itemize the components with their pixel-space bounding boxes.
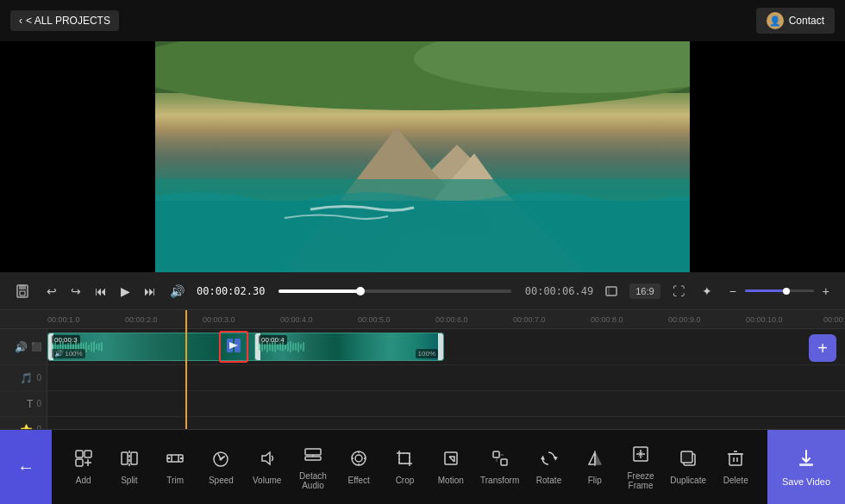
clip-1-badge: 🔊 100% (52, 349, 85, 358)
svg-rect-47 (493, 451, 499, 457)
audio-toggle-button[interactable]: 🔊 (165, 281, 190, 302)
ruler-mark-8: 00:00:8.0 (591, 315, 668, 324)
svg-rect-20 (84, 451, 91, 457)
music-track-content (47, 365, 845, 390)
video-track-content[interactable]: 00:00:3 🔊 100% (47, 329, 845, 364)
ruler-mark-2: 00:00:2.0 (125, 315, 203, 324)
tool-duplicate[interactable]: Duplicate (665, 442, 711, 492)
text-count: 0 (36, 399, 41, 408)
tool-transform[interactable]: Transform (475, 442, 524, 492)
effect-label: Effect (348, 476, 370, 485)
svg-rect-13 (20, 291, 25, 296)
timeline-ruler: 00:00:1.0 00:00:2.0 00:00:3.0 00:00:4.0 … (0, 310, 845, 329)
video-clip-2[interactable]: 00:00:4 100% (254, 333, 444, 361)
svg-rect-63 (729, 454, 742, 465)
preview-area (0, 41, 845, 272)
zoom-in-button[interactable]: + (817, 281, 835, 302)
tool-motion[interactable]: Motion (429, 442, 473, 492)
play-button[interactable]: ▶ (116, 281, 135, 302)
music-count: 0 (36, 373, 41, 383)
ruler-mark-3: 00:00:3.0 (203, 315, 280, 324)
ruler-mark-4: 00:00:4.0 (280, 315, 358, 324)
tool-trim[interactable]: Trim (153, 442, 197, 492)
back-label: < ALL PROJECTS (26, 15, 110, 27)
toolbar-tools: Add Split Trim Speed Vol (52, 430, 767, 504)
zoom-controls: − + (724, 281, 835, 302)
svg-rect-14 (606, 287, 617, 296)
current-time: 00:00:02.30 (197, 285, 265, 297)
settings-button[interactable]: ✦ (697, 281, 717, 302)
rotate-label: Rotate (536, 476, 561, 485)
save-project-button[interactable] (10, 281, 34, 302)
speed-label: Speed (209, 476, 234, 485)
volume-icon (258, 449, 277, 472)
tool-crop[interactable]: Crop (383, 442, 426, 492)
contact-button[interactable]: 👤 Contact (756, 8, 835, 34)
skip-to-end-button[interactable]: ⏭ (139, 281, 161, 302)
svg-rect-68 (799, 464, 813, 466)
split-indicator (219, 331, 248, 363)
trim-icon (166, 449, 185, 472)
sticker-track-content (47, 417, 845, 429)
back-home-button[interactable]: ← (0, 430, 52, 504)
redo-button[interactable]: ↪ (66, 281, 86, 302)
tool-add[interactable]: Add (62, 442, 105, 492)
save-video-button[interactable]: Save Video (767, 430, 845, 504)
save-video-label: Save Video (782, 476, 830, 487)
tool-flip[interactable]: Flip (573, 442, 617, 492)
controls-bar: ↩ ↪ ⏮ ▶ ⏭ 🔊 00:00:02.30 00:00:06.49 16:9… (0, 272, 845, 310)
tool-freeze-frame[interactable]: FreezeFrame (619, 438, 662, 497)
audio-mute-icon[interactable]: 🔊 (15, 341, 28, 353)
timeline-scrubber[interactable] (279, 289, 510, 293)
arrow-left-icon: ← (17, 457, 34, 477)
tool-rotate[interactable]: Rotate (527, 442, 570, 492)
music-track-controls: 🎵 0 (0, 365, 47, 390)
delete-icon (726, 449, 745, 472)
resolution-icon[interactable] (600, 282, 623, 301)
skip-to-start-button[interactable]: ⏮ (90, 281, 112, 302)
svg-point-39 (355, 455, 362, 462)
timeline-area: 00:00:1.0 00:00:2.0 00:00:3.0 00:00:4.0 … (0, 310, 845, 429)
music-icon: 🎵 (20, 372, 33, 384)
video-scene (155, 41, 690, 272)
tool-speed[interactable]: Speed (199, 442, 242, 492)
volume-label: Volume (253, 476, 281, 485)
duplicate-label: Duplicate (670, 476, 706, 485)
back-to-projects-button[interactable]: ‹ < ALL PROJECTS (10, 10, 119, 31)
fullscreen-button[interactable]: ⛶ (667, 281, 690, 302)
text-track-controls: T 0 (0, 391, 47, 416)
zoom-bar[interactable] (745, 289, 814, 292)
svg-rect-36 (305, 457, 321, 460)
svg-rect-21 (76, 459, 83, 466)
svg-rect-62 (681, 451, 692, 463)
bottom-toolbar: ← Add Split Trim Speed (0, 429, 845, 504)
svg-marker-54 (595, 452, 601, 464)
tool-effect[interactable]: Effect (337, 442, 380, 492)
tool-detach-audio[interactable]: DetachAudio (291, 438, 335, 497)
svg-marker-34 (262, 452, 270, 464)
text-icon: T (27, 398, 33, 410)
zoom-out-button[interactable]: − (724, 281, 742, 302)
clip-right-handle-2[interactable] (438, 333, 443, 360)
detach-audio-icon (304, 445, 322, 468)
contact-avatar: 👤 (767, 12, 784, 29)
transform-label: Transform (480, 476, 519, 485)
svg-point-38 (352, 451, 366, 465)
video-frame (155, 41, 690, 272)
ruler-mark-9: 00:00:9.0 (668, 315, 746, 324)
tool-split[interactable]: Split (108, 442, 151, 492)
video-track-collapse-icon: ⬛ (31, 342, 41, 352)
aspect-ratio-button[interactable]: 16:9 (629, 283, 660, 299)
tool-volume[interactable]: Volume (246, 442, 289, 492)
split-icon (226, 338, 241, 357)
tool-delete[interactable]: Delete (714, 442, 757, 492)
flip-label: Flip (588, 476, 602, 485)
effect-icon (349, 449, 368, 472)
duplicate-icon (679, 449, 698, 472)
svg-rect-12 (19, 285, 26, 289)
motion-icon (441, 449, 460, 472)
zoom-fill (745, 289, 786, 292)
undo-button[interactable]: ↩ (41, 281, 62, 302)
save-video-icon (796, 448, 817, 473)
detach-audio-label: DetachAudio (299, 471, 327, 490)
